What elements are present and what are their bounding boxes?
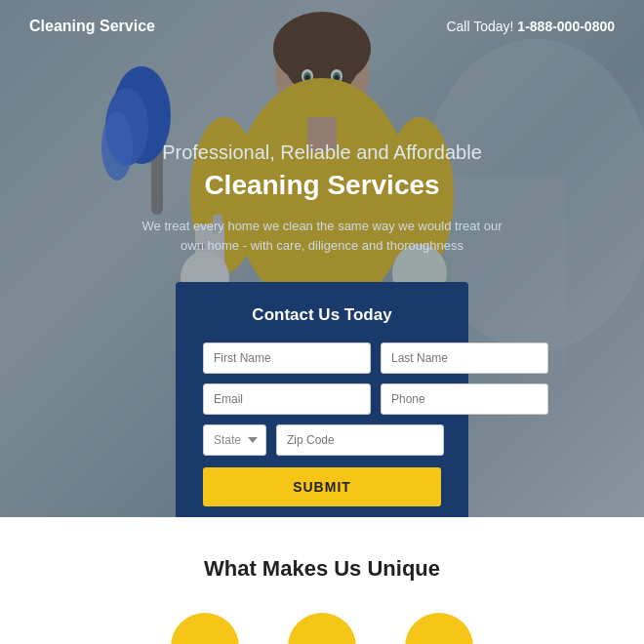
submit-button[interactable]: SUBMIT (203, 467, 441, 506)
state-zip-row: State ALAKAZAR CACOCTDE FLGAHIID ILINIAK… (203, 424, 441, 456)
hero-title: Cleaning Services (137, 170, 507, 201)
email-input[interactable] (203, 383, 371, 415)
hero-description: We treat every home we clean the same wa… (137, 217, 507, 255)
hero-content: Professional, Reliable and Affordable Cl… (98, 141, 546, 517)
last-name-input[interactable] (381, 342, 548, 374)
contact-form-box: Contact Us Today State ALAKAZAR CACOCTDE… (176, 282, 468, 517)
first-name-input[interactable] (203, 342, 371, 374)
state-select[interactable]: State ALAKAZAR CACOCTDE FLGAHIID ILINIAK… (203, 424, 266, 456)
email-phone-row (203, 383, 441, 415)
lower-section: What Makes Us Unique (0, 517, 644, 644)
features-row (29, 613, 615, 644)
name-row (203, 342, 441, 374)
phone-display: Call Today! 1-888-000-0800 (446, 19, 615, 34)
hero-subtitle: Professional, Reliable and Affordable (137, 141, 507, 164)
zip-input[interactable] (276, 424, 444, 456)
header: Cleaning Service Call Today! 1-888-000-0… (0, 0, 644, 53)
contact-form-title: Contact Us Today (203, 305, 441, 325)
lower-title: What Makes Us Unique (29, 556, 615, 582)
feature-circle-3 (405, 613, 473, 644)
feature-circle-1 (171, 613, 239, 644)
site-logo: Cleaning Service (29, 18, 155, 35)
phone-label: Call Today! (446, 19, 513, 34)
hero-section: Cleaning Service Call Today! 1-888-000-0… (0, 0, 644, 517)
feature-circle-2 (288, 613, 356, 644)
phone-number: 1-888-000-0800 (517, 19, 615, 34)
phone-input[interactable] (381, 383, 548, 415)
